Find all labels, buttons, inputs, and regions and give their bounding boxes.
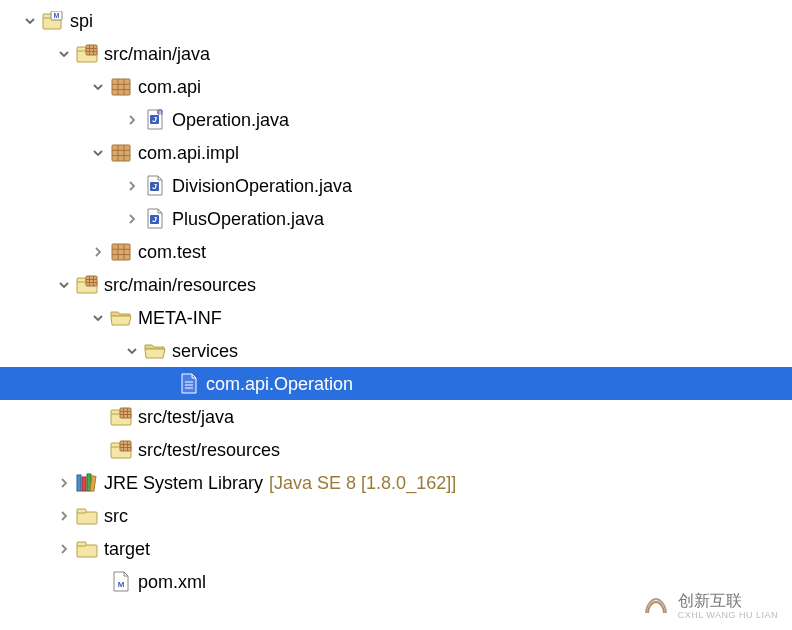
svg-text:J: J	[152, 215, 157, 224]
package-com-test[interactable]: com.test	[0, 235, 792, 268]
svg-rect-63	[77, 509, 86, 513]
tree-item-label: Operation.java	[172, 111, 289, 129]
tree-item-label: src	[104, 507, 128, 525]
svg-text:J: J	[152, 115, 157, 124]
tree-item-label: JRE System Library[Java SE 8 [1.8.0_162]…	[104, 474, 456, 492]
svg-rect-64	[77, 545, 97, 557]
watermark: 创新互联 CXHL WANG HU LIAN	[642, 591, 778, 620]
svg-rect-11	[112, 79, 130, 95]
source-folder-icon	[110, 439, 132, 461]
project-explorer-tree[interactable]: M spi src/main/java com.api J	[0, 0, 792, 598]
file-plusoperation-java[interactable]: J PlusOperation.java	[0, 202, 792, 235]
svg-rect-65	[77, 542, 86, 546]
tree-item-label: src/test/resources	[138, 441, 280, 459]
tree-item-label: src/test/java	[138, 408, 234, 426]
chevron-right-icon[interactable]	[124, 211, 140, 227]
svg-rect-62	[77, 512, 97, 524]
chevron-right-icon[interactable]	[56, 475, 72, 491]
svg-rect-20	[112, 145, 130, 161]
svg-rect-45	[111, 410, 120, 414]
folder-src-test-resources[interactable]: src/test/resources	[0, 433, 792, 466]
folder-src-main-java[interactable]: src/main/java	[0, 37, 792, 70]
tree-item-label: com.api.impl	[138, 144, 239, 162]
svg-rect-29	[112, 244, 130, 260]
svg-rect-52	[111, 443, 120, 447]
package-com-api[interactable]: com.api	[0, 70, 792, 103]
watermark-text: 创新互联	[678, 592, 742, 609]
source-folder-icon	[110, 406, 132, 428]
tree-item-label: META-INF	[138, 309, 222, 327]
svg-text:M: M	[54, 12, 60, 19]
svg-rect-46	[120, 408, 131, 418]
text-file-icon	[178, 373, 200, 395]
svg-text:J: J	[152, 182, 157, 191]
folder-src-main-resources[interactable]: src/main/resources	[0, 268, 792, 301]
svg-rect-35	[77, 278, 86, 282]
watermark-subtext: CXHL WANG HU LIAN	[678, 610, 778, 620]
chevron-down-icon[interactable]	[124, 343, 140, 359]
tree-item-label: com.api.Operation	[206, 375, 353, 393]
folder-open-icon	[144, 340, 166, 362]
tree-item-label: target	[104, 540, 150, 558]
chevron-down-icon[interactable]	[90, 79, 106, 95]
chevron-right-icon[interactable]	[124, 178, 140, 194]
package-icon	[110, 241, 132, 263]
watermark-logo-icon	[642, 595, 670, 617]
chevron-right-icon[interactable]	[56, 541, 72, 557]
package-icon	[110, 76, 132, 98]
folder-src-test-java[interactable]: src/test/java	[0, 400, 792, 433]
tree-item-label: services	[172, 342, 238, 360]
file-divisionoperation-java[interactable]: J DivisionOperation.java	[0, 169, 792, 202]
package-com-api-impl[interactable]: com.api.impl	[0, 136, 792, 169]
project-root[interactable]: M spi	[0, 4, 792, 37]
xml-file-icon: M	[110, 571, 132, 593]
folder-src[interactable]: src	[0, 499, 792, 532]
folder-services[interactable]: services	[0, 334, 792, 367]
tree-item-label: src/main/java	[104, 45, 210, 63]
folder-meta-inf[interactable]: META-INF	[0, 301, 792, 334]
file-operation-java[interactable]: J I Operation.java	[0, 103, 792, 136]
tree-item-label: src/main/resources	[104, 276, 256, 294]
java-interface-icon: J I	[144, 109, 166, 131]
svg-rect-53	[120, 441, 131, 451]
folder-target[interactable]: target	[0, 532, 792, 565]
svg-text:M: M	[118, 580, 125, 589]
folder-closed-icon	[76, 538, 98, 560]
tree-item-label: spi	[70, 12, 93, 30]
chevron-right-icon[interactable]	[124, 112, 140, 128]
svg-rect-6	[86, 45, 97, 55]
package-icon	[110, 142, 132, 164]
tree-item-suffix: [Java SE 8 [1.8.0_162]]	[269, 473, 456, 493]
source-folder-icon	[76, 274, 98, 296]
library-icon	[76, 472, 98, 494]
svg-rect-58	[77, 475, 81, 491]
project-maven-icon: M	[42, 10, 64, 32]
java-file-icon: J	[144, 208, 166, 230]
chevron-down-icon[interactable]	[56, 46, 72, 62]
jre-system-library[interactable]: JRE System Library[Java SE 8 [1.8.0_162]…	[0, 466, 792, 499]
tree-item-label: pom.xml	[138, 573, 206, 591]
svg-rect-36	[86, 276, 97, 286]
chevron-down-icon[interactable]	[90, 145, 106, 161]
chevron-right-icon[interactable]	[90, 244, 106, 260]
chevron-down-icon[interactable]	[56, 277, 72, 293]
tree-item-label: DivisionOperation.java	[172, 177, 352, 195]
java-file-icon: J	[144, 175, 166, 197]
source-folder-icon	[76, 43, 98, 65]
folder-open-icon	[110, 307, 132, 329]
tree-item-label: com.test	[138, 243, 206, 261]
file-com-api-operation[interactable]: com.api.Operation	[0, 367, 792, 400]
svg-rect-5	[77, 47, 86, 51]
folder-closed-icon	[76, 505, 98, 527]
tree-item-label: PlusOperation.java	[172, 210, 324, 228]
svg-rect-59	[82, 477, 86, 491]
tree-item-label: com.api	[138, 78, 201, 96]
chevron-down-icon[interactable]	[90, 310, 106, 326]
chevron-down-icon[interactable]	[22, 13, 38, 29]
chevron-right-icon[interactable]	[56, 508, 72, 524]
